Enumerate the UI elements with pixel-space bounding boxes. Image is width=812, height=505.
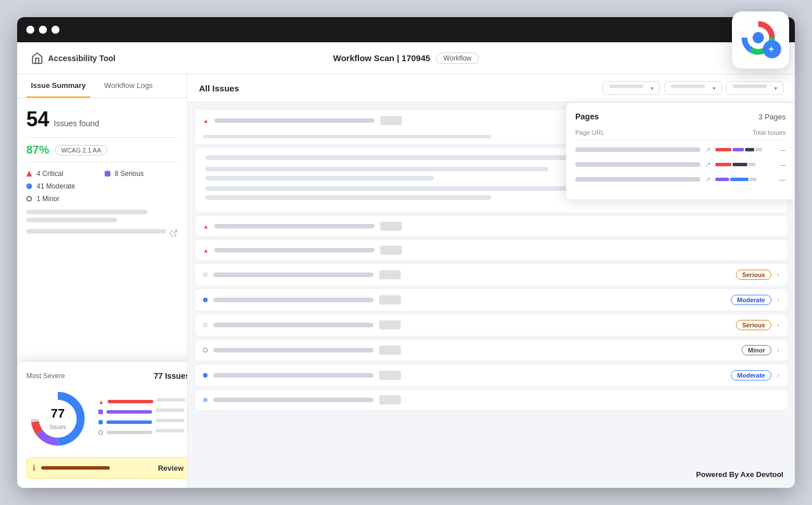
page-row[interactable]: ↗ — [575, 146, 786, 154]
chevron-5: › [777, 296, 779, 304]
legend-text-moderate [156, 419, 184, 422]
review-label: Review [158, 464, 184, 472]
pages-count: 3 Pages [758, 113, 786, 121]
serious-type-row: 8 Serious [105, 170, 178, 178]
col-url: Page URL [575, 129, 604, 136]
chevron-4: › [777, 271, 779, 279]
page-row[interactable]: ↗ — [575, 161, 786, 169]
legend-minor [98, 429, 188, 436]
page-count-3: — [779, 176, 786, 183]
filter-arrow-2: ▾ [713, 85, 715, 91]
serious-indicator-6 [203, 323, 208, 327]
issue-tag-5 [379, 295, 401, 304]
legend-text-critical [157, 398, 185, 402]
filter-controls: ▾ ▾ ▾ [603, 81, 783, 95]
bar-red-1 [715, 148, 731, 151]
issue-title-4 [213, 272, 373, 277]
critical-label: 4 Critical [37, 170, 63, 178]
severity-badge-4: Serious [736, 270, 771, 280]
expanded-bar-5 [205, 195, 491, 200]
pages-label: Pages [575, 112, 599, 121]
filter-dropdown-3[interactable]: ▾ [726, 81, 783, 95]
issues-count-badge: 77 Issues [154, 371, 188, 380]
blurred-line-3 [26, 229, 166, 234]
issue-tag-4 [379, 270, 401, 279]
serious-dot [105, 171, 110, 177]
filter-dropdown-1[interactable]: ▾ [603, 81, 660, 95]
app-scan-title: Workflow Scan | 170945 Workflow [333, 53, 479, 64]
chart-row: 77 Issues ▲ [26, 387, 188, 450]
legend-serious [98, 408, 188, 415]
review-info-icon: ℹ [33, 463, 35, 472]
issue-tag-3 [380, 246, 402, 255]
table-row[interactable]: Minor › [194, 339, 788, 362]
bar-purple-3 [715, 178, 729, 181]
main-content-header: All Issues ▾ ▾ ▾ [188, 74, 795, 102]
issue-tag-6 [379, 320, 401, 330]
filter-2-text [671, 85, 705, 88]
info-dot-9 [203, 398, 208, 402]
bar-gray-1 [755, 148, 762, 151]
legend-critical: ▲ [98, 398, 188, 405]
legend-bar-serious [106, 410, 152, 414]
issue-tag-2 [380, 222, 402, 231]
expanded-bar-3 [205, 176, 434, 181]
svg-point-1 [753, 32, 764, 43]
external-link-icon[interactable] [170, 229, 178, 237]
issue-title-1 [214, 118, 375, 123]
issue-title-7 [213, 348, 373, 352]
severity-badge-8: Moderate [731, 370, 771, 380]
most-severe-card: Most Severe 77 Issues [17, 362, 188, 488]
sidebar-content: 54 Issues found 87% WCAG 2.1 AA 4 Critic… [17, 98, 187, 246]
legend-bar-moderate [106, 420, 152, 424]
table-row[interactable]: ▲ [194, 215, 788, 237]
pages-panel-header: Pages 3 Pages [575, 112, 786, 121]
critical-triangle-icon: ▲ [203, 118, 209, 124]
bar-gray-2 [749, 163, 755, 166]
severity-badge-5: Moderate [731, 295, 771, 305]
table-row[interactable]: Moderate › [194, 364, 788, 387]
issue-types-grid: 4 Critical 8 Serious [26, 170, 178, 178]
filter-3-text [733, 85, 767, 88]
issue-tag-7 [379, 346, 401, 355]
sidebar-tabs: Issue Summary Workflow Logs [17, 74, 187, 98]
table-row[interactable] [194, 389, 788, 411]
filter-1-text [609, 85, 643, 88]
bar-blue-3 [730, 178, 749, 181]
app-logo: Accessibility Tool [31, 52, 116, 65]
external-icon-2: ↗ [705, 161, 711, 169]
table-row[interactable]: Serious › [194, 263, 788, 286]
browser-dot-2 [39, 26, 47, 34]
expanded-bar-2 [205, 167, 548, 171]
chevron-7: › [777, 346, 779, 354]
issue-tag-9 [379, 395, 401, 404]
page-row[interactable]: ↗ — [575, 175, 786, 183]
page-url-1 [575, 147, 700, 152]
table-row[interactable]: Moderate › [194, 288, 788, 311]
table-row[interactable]: ▲ [194, 239, 788, 261]
browser-titlebar [17, 17, 795, 42]
issue-title-3 [214, 248, 375, 252]
score-row: 87% WCAG 2.1 AA [26, 143, 178, 157]
filter-arrow-3: ▾ [774, 85, 777, 91]
review-bar: ℹ Review [26, 457, 188, 479]
app-header: Accessibility Tool Workflow Scan | 17094… [17, 42, 795, 74]
tab-issue-summary[interactable]: Issue Summary [26, 74, 90, 98]
serious-indicator-4 [203, 272, 208, 277]
col-issues: Total Issues [753, 129, 786, 136]
chevron-6: › [777, 321, 779, 329]
tab-workflow-logs[interactable]: Workflow Logs [99, 74, 157, 98]
filter-dropdown-2[interactable]: ▾ [664, 81, 722, 95]
external-icon-1: ↗ [705, 146, 711, 154]
issue-types: 4 Critical 8 Serious 41 Moderate 1 Min [26, 170, 178, 203]
page-count-2: — [779, 161, 786, 168]
svg-line-4 [173, 230, 177, 234]
issue-title-5 [213, 298, 373, 302]
page-url-2 [575, 162, 700, 167]
legend-triangle-icon: ▲ [98, 399, 104, 405]
powered-by: Powered By Axe Devtool [696, 470, 783, 479]
external-link-row [26, 229, 178, 237]
table-row[interactable]: Serious › [194, 314, 788, 336]
issue-subtitle-1 [203, 135, 491, 138]
legend-square-icon [98, 410, 103, 414]
